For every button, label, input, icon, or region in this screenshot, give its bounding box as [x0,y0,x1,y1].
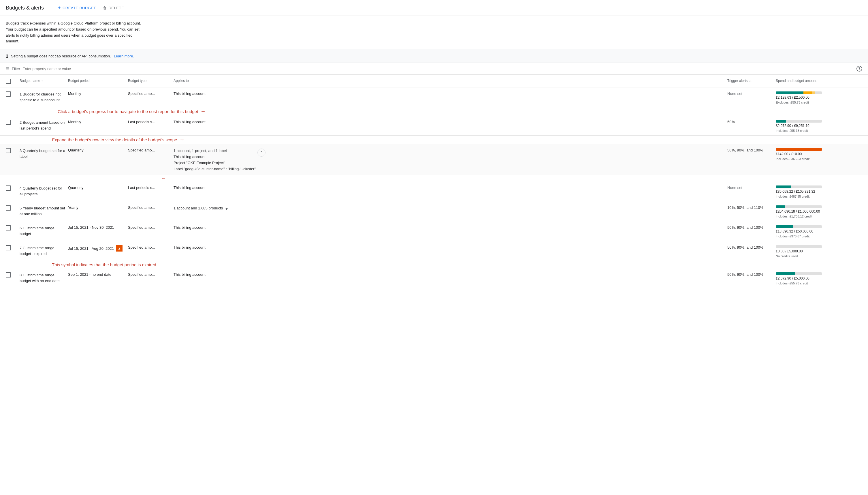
row8-amount: £2,072.90 / £5,000.00 [776,276,862,280]
filter-label: Filter [12,67,20,71]
row6-checkbox[interactable] [6,224,17,231]
row4-spend: £35,058.22 / £105,321.32 Includes -£487.… [776,184,862,198]
row5-trigger: 10%, 50%, and 110% [727,204,774,210]
row3-collapse-button[interactable]: ⌃ [258,149,266,157]
col-budget-period: Budget period [68,79,126,83]
row1-trigger: None set [727,90,774,96]
col-spend-label: Spend and budget amount [776,79,816,83]
row6-type: Specified amo... [128,224,171,229]
col-trigger-alerts-label: Trigger alerts at [727,79,751,83]
page-header: Budgets & alerts + CREATE BUDGET 🗑 DELET… [0,0,868,16]
row2-type: Last period's s... [128,119,171,124]
col-budget-type: Budget type [128,79,171,83]
table-row: 7 Custom time range budget - expired Jul… [0,241,868,261]
expired-annotation-text: This symbol indicates that the budget pe… [52,262,156,267]
row1-applies-to: This billing account [174,90,725,96]
row3-progress-bar[interactable] [776,148,822,151]
col-applies-to-label: Applies to [174,79,189,83]
row3-type: Specified amo... [128,147,171,152]
row4-amount: £35,058.22 / £105,321.32 [776,189,862,193]
table-row: 2 Budget amount based on last period's s… [0,116,868,136]
right-arrow-icon: → [200,108,206,115]
row4-applies-to: This billing account [174,184,725,190]
row8-name: 8 Custom time range budget with no end d… [20,271,66,284]
row8-checkbox[interactable] [6,271,17,277]
row1-checkbox[interactable] [6,90,17,97]
row6-progress-bar[interactable] [776,225,822,228]
row8-note: Includes -£55.73 credit [776,281,862,285]
row4-period: Quarterly [68,184,126,190]
table-header: Budget name ↑ Budget period Budget type … [0,75,868,87]
row2-period: Monthly [68,119,126,124]
row6-name: 6 Custom time range budget [20,224,66,237]
expand-arrow-icon: → [179,137,184,143]
table-row: 8 Custom time range budget with no end d… [0,268,868,288]
row7-checkbox[interactable] [6,244,17,250]
row3-applies-line1: 1 account, 1 project, and 1 label [174,148,256,154]
row8-spend: £2,072.90 / £5,000.00 Includes -£55.73 c… [776,271,862,285]
row7-trigger: 50%, 90%, and 100% [727,244,774,250]
page-title: Budgets & alerts [6,5,44,11]
delete-button[interactable]: 🗑 DELETE [100,4,127,12]
create-budget-button[interactable]: + CREATE BUDGET [54,3,100,12]
col-budget-name-label: Budget name [20,79,40,83]
row3-name: 3 Quarterly budget set for a label [20,147,66,159]
row5-name: 5 Yearly budget amount set at one millio… [20,204,66,217]
row7-progress-bar[interactable] [776,245,822,248]
row2-checkbox[interactable] [6,119,17,125]
col-applies-to: Applies to [174,79,725,83]
page-description: Budgets track expenses within a Google C… [0,16,150,49]
row7-name: 7 Custom time range budget - expired [20,244,66,256]
table-row: 1 Budget for charges not specific to a s… [0,87,868,107]
row5-chevron-down[interactable]: ▼ [225,207,229,211]
row8-period: Sep 1, 2021 - no end date [68,271,126,277]
row3-applies-line4: Label "goog-k8s-cluster-name" : "billing… [174,166,256,172]
row3-arrow-annotation: ← [0,175,868,182]
sort-arrow: ↑ [41,79,43,83]
col-trigger-alerts: Trigger alerts at [727,79,774,83]
plus-icon: + [58,5,61,11]
row5-checkbox[interactable] [6,204,17,210]
row2-note: Includes -£55.73 credit [776,129,862,132]
row3-checkbox[interactable] [6,147,17,153]
row8-trigger: 50%, 90%, and 100% [727,271,774,277]
col-spend: Spend and budget amount [776,79,862,83]
delete-label: DELETE [108,6,124,10]
row8-type: Specified amo... [128,271,171,277]
row5-amount: £204,690.18 / £1,000,000.00 [776,209,862,214]
row4-progress-bar[interactable] [776,186,822,188]
help-icon[interactable]: ? [856,66,862,71]
row1-note: Excludes -£55.73 credit [776,101,862,104]
bar-annotation: Click a budget's progress bar to navigat… [0,107,868,116]
col-budget-period-label: Budget period [68,79,90,83]
row8-progress-bar[interactable] [776,272,822,275]
expired-annotation: This symbol indicates that the budget pe… [0,261,868,268]
learn-more-link[interactable]: Learn more. [114,54,134,58]
create-budget-label: CREATE BUDGET [63,6,96,10]
row6-trigger: 50%, 90%, and 100% [727,224,774,229]
row3-note: Includes -£365.53 credit [776,157,862,161]
row5-applies-text: 1 account and 1,685 products [174,205,223,211]
expand-annotation-text: Expand the budget's row to view the deta… [52,137,177,142]
row1-amount: £2,128.63 / £2,500.00 [776,96,862,100]
header-divider [52,5,52,11]
row5-spend: £204,690.18 / £1,000,000.00 Includes -£1… [776,204,862,218]
row2-progress-bar[interactable] [776,120,822,123]
row3-trigger: 50%, 90%, and 100% [727,147,774,152]
row7-applies-to: This billing account [174,244,725,250]
expired-icon[interactable]: ▲ [116,245,123,252]
row5-progress-bar[interactable] [776,205,822,208]
row4-checkbox[interactable] [6,184,17,191]
filter-input[interactable] [22,67,854,71]
row3-amount: £142.00 / £10.00 [776,152,862,156]
select-all-checkbox[interactable] [6,78,17,84]
col-budget-name[interactable]: Budget name ↑ [20,79,66,83]
row3-applies-line3: Project "GKE Example Project" [174,160,256,166]
row2-name: 2 Budget amount based on last period's s… [20,119,66,131]
row5-note: Includes -£1,705.12 credit [776,215,862,218]
row6-spend: £18,890.32 / £50,000.00 Includes -£376.6… [776,224,862,238]
row7-spend: £0.00 / £5,000.00 No credits used [776,244,862,258]
row1-progress-bar[interactable] [776,91,822,94]
row2-spend: £2,072.90 / £9,251.19 Includes -£55.73 c… [776,119,862,132]
expand-annotation: Expand the budget's row to view the deta… [0,136,868,144]
